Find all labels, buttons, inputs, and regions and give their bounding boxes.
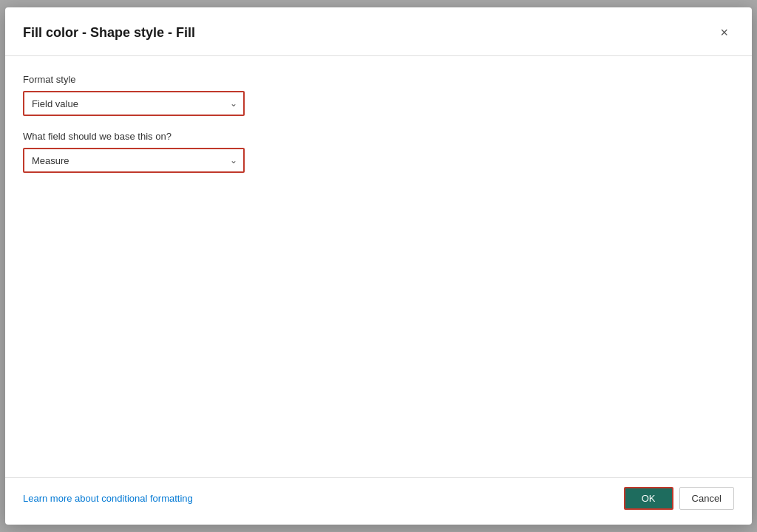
- dialog-header: Fill color - Shape style - Fill ×: [5, 7, 752, 56]
- footer-buttons: OK Cancel: [624, 487, 734, 510]
- cancel-button[interactable]: Cancel: [679, 487, 734, 510]
- dialog-body: Format style Field value Gradient Rules …: [5, 56, 752, 477]
- learn-more-link[interactable]: Learn more about conditional formatting: [23, 493, 193, 504]
- dialog-overlay: Fill color - Shape style - Fill × Format…: [0, 0, 757, 532]
- field-select-wrapper: Measure ⌄: [23, 148, 245, 173]
- dialog-title: Fill color - Shape style - Fill: [23, 25, 195, 41]
- field-label: What field should we base this on?: [23, 131, 734, 142]
- format-style-select[interactable]: Field value Gradient Rules: [23, 91, 245, 116]
- close-button[interactable]: ×: [714, 22, 734, 44]
- field-group: What field should we base this on? Measu…: [23, 131, 734, 173]
- dialog-footer: Learn more about conditional formatting …: [5, 477, 752, 525]
- format-style-group: Format style Field value Gradient Rules …: [23, 74, 734, 116]
- dialog: Fill color - Shape style - Fill × Format…: [5, 7, 752, 525]
- field-select[interactable]: Measure: [23, 148, 245, 173]
- ok-button[interactable]: OK: [624, 487, 673, 510]
- format-style-label: Format style: [23, 74, 734, 85]
- format-style-select-wrapper: Field value Gradient Rules ⌄: [23, 91, 245, 116]
